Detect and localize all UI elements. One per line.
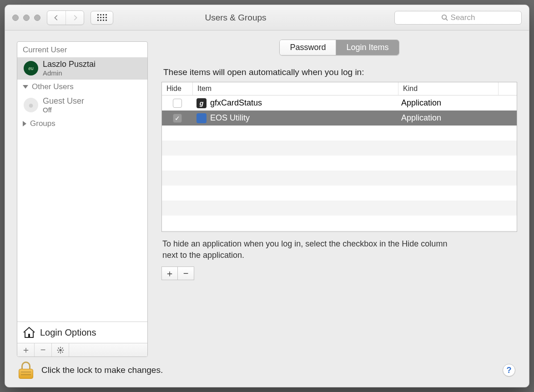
col-spacer — [499, 82, 517, 95]
forward-button[interactable] — [65, 11, 84, 25]
help-button[interactable]: ? — [503, 364, 515, 377]
content: Current User eu Laszlo Pusztai Admin Oth… — [5, 30, 529, 387]
other-users-heading: Other Users — [32, 82, 74, 91]
tab-login-items[interactable]: Login Items — [336, 40, 398, 55]
back-button[interactable] — [47, 11, 65, 25]
remove-item-button[interactable]: − — [178, 266, 194, 280]
house-icon — [23, 327, 35, 338]
right-pane: Password Login Items These items will op… — [161, 41, 517, 357]
svg-line-10 — [58, 352, 59, 352]
app-icon — [196, 113, 207, 123]
hide-checkbox[interactable]: ✓ — [173, 114, 182, 123]
login-options-label: Login Options — [40, 327, 96, 338]
svg-line-8 — [58, 347, 59, 348]
svg-line-9 — [62, 352, 63, 352]
add-user-button[interactable]: ＋ — [17, 343, 35, 357]
current-user-row[interactable]: eu Laszlo Pusztai Admin — [17, 57, 147, 80]
svg-line-11 — [62, 347, 63, 348]
other-users-group[interactable]: Other Users — [17, 80, 147, 94]
svg-line-1 — [446, 19, 448, 20]
guest-user-row[interactable]: ● Guest User Off — [17, 94, 147, 116]
lock-button[interactable] — [19, 362, 33, 379]
current-user-heading: Current User — [17, 42, 147, 57]
hide-cell: ✓ — [162, 114, 193, 123]
prefs-window: Users & Groups Search Current User eu La… — [5, 5, 529, 387]
table-header: Hide Item Kind — [162, 82, 517, 95]
users-sidebar: Current User eu Laszlo Pusztai Admin Oth… — [17, 41, 148, 357]
svg-point-3 — [59, 349, 61, 351]
panes: Current User eu Laszlo Pusztai Admin Oth… — [17, 41, 517, 357]
sidebar-buttons: ＋ − — [17, 343, 147, 357]
minimize-window-button[interactable] — [23, 15, 30, 21]
table-row[interactable]: ggfxCardStatusApplication — [162, 95, 517, 111]
table-row-empty — [162, 186, 517, 201]
add-item-button[interactable]: ＋ — [161, 266, 178, 280]
guest-user-name: Guest User — [43, 97, 84, 106]
gear-icon — [57, 347, 64, 354]
close-window-button[interactable] — [12, 15, 19, 21]
kind-cell: Application — [398, 113, 517, 123]
titlebar: Users & Groups Search — [5, 5, 529, 30]
col-hide[interactable]: Hide — [162, 82, 193, 95]
groups-heading: Groups — [30, 119, 55, 128]
user-actions-button[interactable] — [52, 343, 69, 357]
item-buttons: ＋ − — [161, 266, 517, 280]
col-item[interactable]: Item — [193, 82, 398, 95]
hide-cell — [162, 99, 193, 108]
window-title: Users & Groups — [83, 13, 388, 23]
search-placeholder: Search — [451, 13, 475, 22]
table-row-empty — [162, 231, 517, 232]
sidebar-list: Current User eu Laszlo Pusztai Admin Oth… — [17, 42, 147, 322]
search-icon — [441, 14, 448, 21]
groups-group[interactable]: Groups — [17, 116, 147, 131]
guest-avatar-icon: ● — [24, 98, 38, 112]
avatar-icon: eu — [24, 61, 38, 75]
table-row-empty — [162, 171, 517, 186]
item-name: EOS Utility — [210, 113, 250, 123]
tabs: Password Login Items — [279, 40, 399, 55]
lock-text: Click the lock to make changes. — [41, 365, 163, 375]
item-cell: EOS Utility — [193, 113, 398, 123]
hide-hint: To hide an application when you log in, … — [162, 238, 458, 261]
sidebar-spacer — [69, 343, 147, 357]
remove-user-button[interactable]: − — [35, 343, 52, 357]
app-icon: g — [196, 98, 207, 108]
login-items-table: Hide Item Kind ggfxCardStatusApplication… — [161, 82, 517, 232]
chevron-down-icon — [23, 85, 28, 89]
kind-cell: Application — [398, 98, 517, 108]
login-items-lead: These items will open automatically when… — [163, 67, 517, 77]
search-field[interactable]: Search — [394, 11, 522, 25]
table-row-empty — [162, 201, 517, 216]
guest-user-status: Off — [43, 106, 84, 114]
svg-point-0 — [442, 15, 446, 19]
nav-buttons — [47, 10, 84, 25]
item-cell: ggfxCardStatus — [193, 98, 398, 108]
login-options-row[interactable]: Login Options — [17, 322, 147, 343]
traffic-lights — [12, 15, 40, 21]
zoom-window-button[interactable] — [34, 15, 40, 21]
col-kind[interactable]: Kind — [398, 82, 499, 95]
table-row[interactable]: ✓EOS UtilityApplication — [162, 111, 517, 126]
tab-password[interactable]: Password — [280, 40, 336, 55]
hide-checkbox[interactable] — [173, 99, 182, 108]
current-user-role: Admin — [43, 69, 96, 77]
footer: Click the lock to make changes. ? — [17, 357, 517, 379]
table-row-empty — [162, 141, 517, 156]
current-user-name: Laszlo Pusztai — [43, 60, 96, 69]
item-name: gfxCardStatus — [210, 98, 262, 108]
table-row-empty — [162, 216, 517, 231]
svg-rect-2 — [28, 334, 30, 337]
table-row-empty — [162, 156, 517, 171]
chevron-right-icon — [23, 121, 26, 126]
table-row-empty — [162, 126, 517, 141]
table-body: ggfxCardStatusApplication✓EOS UtilityApp… — [162, 95, 517, 232]
